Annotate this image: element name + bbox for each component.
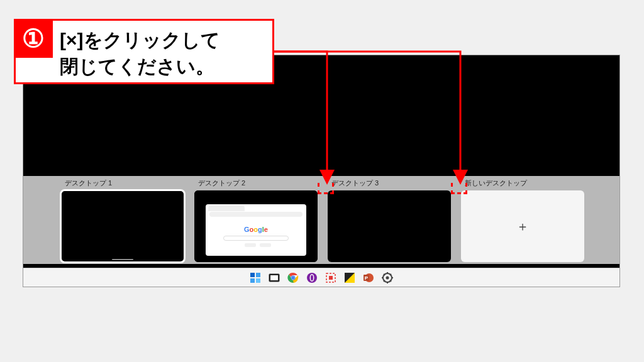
svg-rect-6 bbox=[270, 275, 278, 280]
close-desktop-2-target[interactable] bbox=[318, 183, 334, 194]
svg-point-13 bbox=[311, 275, 313, 280]
new-desktop-thumbnail[interactable]: ＋ bbox=[461, 190, 584, 262]
powerpoint-icon[interactable]: P bbox=[363, 272, 374, 283]
svg-line-29 bbox=[384, 280, 385, 282]
new-desktop-button[interactable]: 新しいデスクトップ ＋ bbox=[461, 176, 584, 262]
svg-line-28 bbox=[390, 280, 391, 282]
virtual-desktop-1[interactable]: デスクトップ 1 bbox=[61, 176, 184, 262]
virtual-desktop-thumbnail[interactable]: Google bbox=[194, 190, 318, 262]
virtual-desktop-3[interactable]: デスクトップ 3 bbox=[328, 176, 451, 262]
svg-line-27 bbox=[384, 274, 385, 275]
taskbar: P bbox=[23, 268, 619, 287]
dock-indicator bbox=[112, 259, 133, 260]
settings-icon[interactable] bbox=[382, 272, 393, 283]
screenshot-window: デスクトップ 1 デスクトップ 2 Google bbox=[23, 55, 620, 287]
instruction-text: [×]をクリックして 閉じてください。 bbox=[60, 27, 220, 80]
opera-icon[interactable] bbox=[306, 272, 318, 283]
virtual-desktop-thumbnail[interactable] bbox=[328, 190, 451, 262]
plus-icon: ＋ bbox=[516, 218, 529, 235]
chrome-icon[interactable] bbox=[287, 272, 299, 283]
virtual-desktop-2[interactable]: デスクトップ 2 Google bbox=[194, 176, 318, 262]
svg-rect-1 bbox=[256, 273, 260, 277]
svg-point-22 bbox=[386, 276, 389, 279]
svg-line-30 bbox=[390, 274, 391, 275]
step-number-badge: ① bbox=[14, 19, 53, 58]
svg-rect-15 bbox=[329, 276, 333, 280]
google-logo: Google bbox=[244, 226, 268, 233]
virtual-desktop-thumbnail[interactable] bbox=[61, 190, 184, 262]
virtual-desktop-label: デスクトップ 1 bbox=[65, 178, 184, 188]
virtual-desktop-label: デスクトップ 3 bbox=[331, 178, 451, 188]
instruction-callout: ① [×]をクリックして 閉じてください。 bbox=[14, 19, 274, 84]
snip-icon[interactable] bbox=[325, 272, 336, 283]
task-view-icon[interactable] bbox=[269, 272, 280, 283]
svg-rect-0 bbox=[250, 273, 255, 277]
start-icon[interactable] bbox=[250, 272, 261, 283]
editor-icon[interactable] bbox=[344, 272, 355, 283]
browser-window-thumbnail: Google bbox=[194, 190, 318, 262]
close-desktop-3-target[interactable] bbox=[451, 183, 467, 194]
svg-point-10 bbox=[291, 276, 294, 279]
svg-text:P: P bbox=[365, 275, 369, 281]
svg-rect-3 bbox=[256, 278, 260, 283]
svg-rect-2 bbox=[250, 278, 255, 283]
virtual-desktop-label: デスクトップ 2 bbox=[198, 178, 318, 188]
virtual-desktop-label: 新しいデスクトップ bbox=[465, 178, 584, 188]
